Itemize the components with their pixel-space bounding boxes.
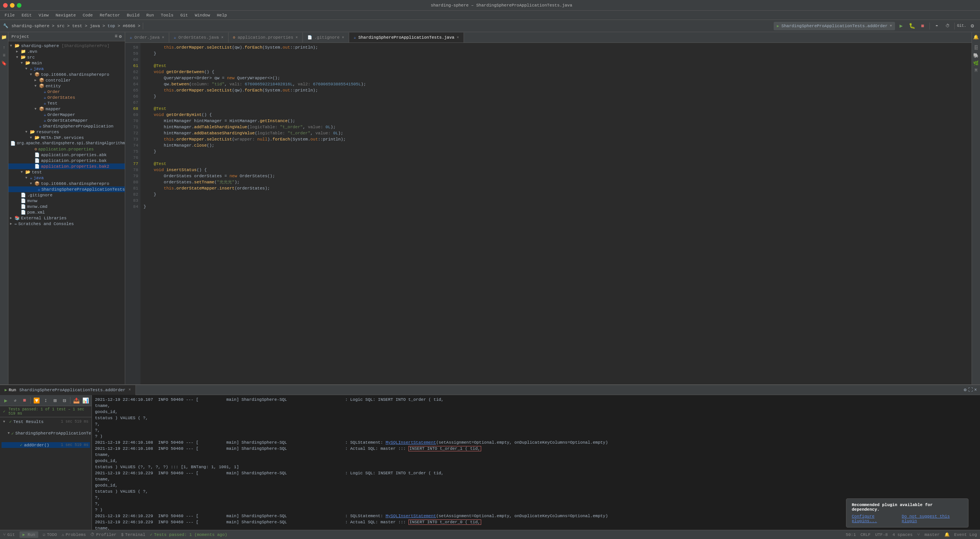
tab-orderstates[interactable]: ☕ OrderStates.java × [169, 33, 229, 42]
run-status-tab[interactable]: ▶ Run [20, 531, 38, 538]
open-report-button[interactable]: 📊 [82, 396, 90, 405]
gradle-icon[interactable]: 🐘 [973, 52, 980, 59]
menu-help[interactable]: Help [214, 12, 230, 18]
sort-button[interactable]: ↕ [41, 396, 50, 405]
git-status[interactable]: ⑂ Git [3, 532, 15, 537]
run-tab-active[interactable]: ▶ Run ShardingSphereProApplicationTests.… [0, 385, 136, 395]
close-run-icon[interactable]: × [974, 387, 977, 393]
tree-resources[interactable]: ▼ 📂 resources [8, 129, 125, 135]
notifications-icon[interactable]: 🔔 [973, 34, 980, 41]
menu-git[interactable]: Git [177, 12, 191, 18]
tree-mvn[interactable]: ▶ 📁 .mvn [8, 49, 125, 54]
collapse-all-icon[interactable]: ≡ [115, 34, 118, 39]
debug-button[interactable]: 🐛 [907, 21, 916, 31]
tree-test-java[interactable]: ▼ ☕ java [8, 175, 125, 181]
menu-window[interactable]: Window [192, 12, 213, 18]
tree-item-root[interactable]: ▼ 📂 sharding-sphere [ShardingSpherePro] [8, 43, 125, 49]
tree-test[interactable]: ▼ 📂 test [8, 169, 125, 175]
commit-icon[interactable]: ↑ [1, 44, 8, 51]
rerun-button[interactable]: ▶ [2, 396, 10, 405]
do-not-suggest-link[interactable]: Do not suggest this plugin [902, 514, 963, 523]
tab-gi-close[interactable]: × [342, 36, 344, 40]
expand-run-icon[interactable]: ⛶ [968, 387, 973, 393]
tree-metainf[interactable]: ▼ 📂 META-INF.services [8, 135, 125, 140]
tree-controller[interactable]: ▶ 📦 controller [8, 77, 125, 83]
menu-tools[interactable]: Tools [158, 12, 176, 18]
settings-run-icon[interactable]: ⚙ [964, 387, 967, 393]
menu-code[interactable]: Code [80, 12, 96, 18]
spring-icon[interactable]: 🌿 [973, 60, 980, 67]
branch-label[interactable]: master [924, 532, 940, 537]
tree-gitignore[interactable]: 📄 .gitignore [8, 192, 125, 198]
run-config-dropdown[interactable]: ▼ [890, 24, 892, 28]
tab-testfile[interactable]: ☕ ShardingSphereProApplicationTests.java… [349, 33, 464, 42]
test-method-item[interactable]: ✓ addOrder() 1 sec 519 ms [2, 442, 90, 448]
tab-order[interactable]: ☕ Order.java × [125, 33, 169, 42]
tree-mvnw[interactable]: 📄 mvnw [8, 198, 125, 204]
terminal-status[interactable]: $ Terminal [121, 532, 145, 537]
todo-status[interactable]: ☑ TODO [43, 532, 57, 537]
maximize-button[interactable] [17, 3, 21, 8]
tree-testclass[interactable]: ☕ ShardingSphereProApplicationTests [8, 186, 125, 192]
settings-icon[interactable]: ⚙ [119, 34, 122, 39]
collapse-all-btn[interactable]: ⊟ [60, 396, 69, 405]
tree-top-pkg[interactable]: ▼ 📦 top.it6666.shardinspherepro [8, 72, 125, 77]
code-content[interactable]: this.orderMapper.selectList(qw).forEach(… [140, 43, 972, 384]
close-button[interactable] [3, 3, 8, 8]
filter-button[interactable]: 🔽 [32, 396, 41, 405]
profiler-status[interactable]: ⏱ Profiler [90, 532, 116, 537]
structure-icon[interactable]: ≡ [1, 52, 8, 59]
rerun-failed-button[interactable]: ↺ [11, 396, 19, 405]
stop-test-button[interactable]: ■ [20, 396, 29, 405]
menu-run[interactable]: Run [143, 12, 157, 18]
tree-mapper[interactable]: ▼ 📦 mapper [8, 106, 125, 112]
tree-test-entity[interactable]: ☕ Test [8, 100, 125, 106]
maven-icon[interactable]: M [973, 67, 980, 74]
menu-view[interactable]: View [36, 12, 52, 18]
encoding[interactable]: UTF-8 [875, 532, 888, 537]
tab-order-close[interactable]: × [162, 36, 164, 40]
database-icon[interactable]: 🗄 [973, 44, 980, 51]
menu-navigate[interactable]: Navigate [52, 12, 79, 18]
tree-src[interactable]: ▼ 📂 src [8, 54, 125, 60]
menu-file[interactable]: File [2, 12, 18, 18]
settings-button[interactable]: ⚙ [968, 21, 977, 31]
export-button[interactable]: 📤 [72, 396, 80, 405]
tree-scratches[interactable]: ▶ ✏️ Scratches and Consoles [8, 221, 125, 227]
tree-main[interactable]: ▼ 📂 main [8, 60, 125, 66]
run-config[interactable]: ▶ ShardingSphereProApplicationTests.addO… [774, 22, 895, 30]
tree-java[interactable]: ▼ ☕ java [8, 66, 125, 72]
tree-appprops-bak[interactable]: 📄 application.properties.bak [8, 158, 125, 163]
tree-appprops-bak2[interactable]: 📄 application.properties.bak2 [8, 163, 125, 169]
project-sidebar-icon[interactable]: 📁 [1, 34, 8, 41]
test-class-item[interactable]: ▼ ✓ ShardingSphereProApplicationTests 1 … [2, 425, 90, 442]
tree-orderstatesmapper[interactable]: ☕ OrderStateMapper [8, 118, 125, 123]
line-ending[interactable]: CRLF [861, 532, 871, 537]
problems-status[interactable]: ⚠ Problems [62, 532, 86, 537]
tree-spi[interactable]: 📄 org.apache.shardingsphere.spi.Sharding… [8, 140, 125, 146]
tab-os-close[interactable]: × [221, 36, 224, 40]
tree-mvnwcmd[interactable]: 📄 mvnw.cmd [8, 204, 125, 209]
tab-appprops[interactable]: ⚙ application.properties × [229, 33, 303, 42]
run-button[interactable]: ▶ [897, 21, 906, 31]
project-tree[interactable]: ▼ 📂 sharding-sphere [ShardingSpherePro] … [8, 41, 125, 384]
menu-refactor[interactable]: Refactor [96, 12, 123, 18]
stop-button[interactable]: ■ [918, 21, 927, 31]
spaces[interactable]: 4 spaces [892, 532, 913, 537]
bookmarks-icon[interactable]: 🔖 [1, 60, 8, 67]
event-log-icon[interactable]: 🔔 [944, 532, 950, 537]
tree-extlibs[interactable]: ▶ 📚 External Libraries [8, 215, 125, 221]
tree-ordermapper[interactable]: ☕ OrderMapper [8, 112, 125, 118]
tree-app[interactable]: ☕ ShardingSphereProApplication [8, 123, 125, 129]
menu-build[interactable]: Build [124, 12, 142, 18]
tab-gitignore[interactable]: 📄 .gitignore × [303, 33, 349, 42]
tree-entity[interactable]: ▼ 📦 entity [8, 83, 125, 89]
tree-orderstates[interactable]: ☕ OrderStates [8, 95, 125, 100]
expand-all-button[interactable]: ⊞ [51, 396, 59, 405]
test-root-item[interactable]: ▼ ✓ Test Results 1 sec 519 ms [2, 419, 90, 425]
tree-appprops[interactable]: ⚙ application.properties [8, 146, 125, 152]
coverage-button[interactable]: ☂ [932, 21, 941, 31]
tab-ap-close[interactable]: × [296, 36, 298, 40]
tree-appprops-abk[interactable]: 📄 application.properties.abk [8, 152, 125, 158]
minimize-button[interactable] [10, 3, 15, 8]
